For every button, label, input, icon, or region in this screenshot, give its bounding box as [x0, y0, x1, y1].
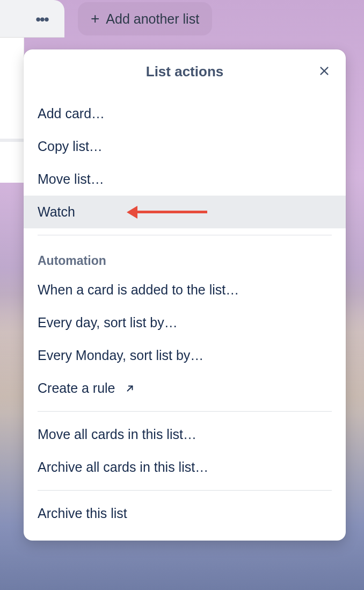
list-separator-stub: [0, 139, 24, 142]
menu-item-add-card[interactable]: Add card…: [24, 97, 346, 130]
menu-item-label: Archive all cards in this list…: [38, 459, 208, 475]
list-menu-button[interactable]: •••: [28, 12, 56, 27]
menu-item-move-list[interactable]: Move list…: [24, 163, 346, 196]
menu-item-label: Every Monday, sort list by…: [38, 348, 203, 363]
menu-item-label: Archive this list: [38, 506, 127, 521]
divider: [38, 235, 332, 235]
menu-item-every-day-sort[interactable]: Every day, sort list by…: [24, 306, 346, 339]
menu-item-label: Every day, sort list by…: [38, 315, 178, 330]
menu-item-move-all-cards[interactable]: Move all cards in this list…: [24, 418, 346, 451]
menu-item-label: Add card…: [38, 106, 105, 121]
annotation-arrow: [127, 206, 207, 219]
menu-item-every-monday-sort[interactable]: Every Monday, sort list by…: [24, 339, 346, 372]
menu-item-copy-list[interactable]: Copy list…: [24, 130, 346, 163]
arrow-line: [137, 211, 207, 213]
menu-item-archive-list[interactable]: Archive this list: [24, 497, 346, 530]
menu-item-label: Copy list…: [38, 139, 103, 154]
plus-icon: +: [91, 10, 99, 27]
automation-section-header: Automation: [24, 242, 346, 274]
close-button[interactable]: [315, 61, 334, 81]
menu-item-watch[interactable]: Watch: [24, 196, 346, 228]
menu-item-label: When a card is added to the list…: [38, 282, 239, 298]
menu-item-when-card-added[interactable]: When a card is added to the list…: [24, 274, 346, 306]
add-list-label: Add another list: [106, 11, 199, 27]
list-body-stub: [0, 38, 24, 183]
arrow-head-icon: [127, 206, 137, 219]
add-another-list-button[interactable]: + Add another list: [78, 2, 212, 35]
menu-item-label: Watch: [38, 204, 75, 220]
close-icon: [318, 65, 330, 77]
menu-item-create-rule[interactable]: Create a rule: [24, 372, 346, 405]
menu-item-archive-all-cards[interactable]: Archive all cards in this list…: [24, 451, 346, 484]
menu-item-label: Move all cards in this list…: [38, 427, 196, 442]
list-actions-popover: List actions Add card… Copy list… Move l…: [24, 49, 346, 541]
more-icon: •••: [35, 12, 48, 27]
external-link-icon: [125, 384, 135, 393]
popover-header: List actions: [24, 49, 346, 97]
svg-line-2: [127, 386, 132, 391]
divider: [38, 490, 332, 491]
divider: [38, 411, 332, 412]
menu-item-label: Move list…: [38, 171, 104, 187]
popover-title: List actions: [146, 63, 223, 80]
menu-item-label: Create a rule: [38, 380, 115, 396]
